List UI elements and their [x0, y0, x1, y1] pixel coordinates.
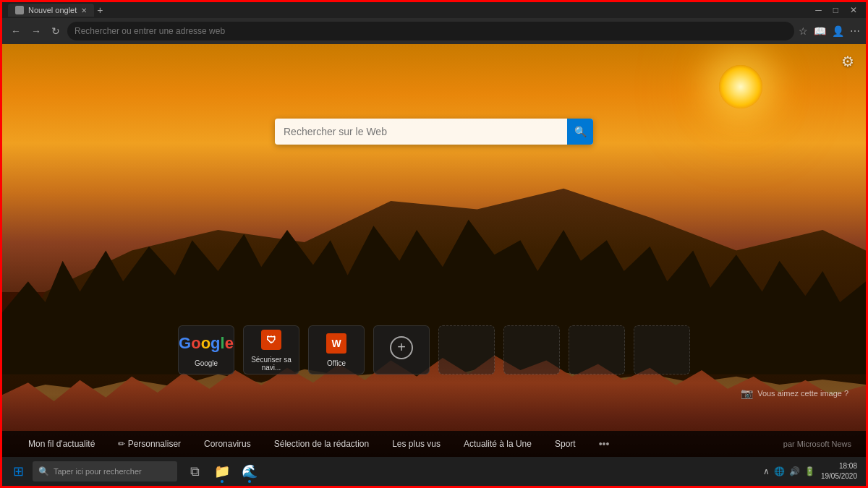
clock-date: 19/05/2020	[821, 471, 857, 481]
quick-link-securiser-label: Sécuriser sa navi...	[244, 356, 299, 372]
quick-links: Google Google 🛡 Sécuriser sa navi... W	[178, 325, 690, 374]
task-view-icon: ⧉	[190, 464, 200, 479]
search-input[interactable]	[284, 126, 567, 137]
quick-link-google[interactable]: Google Google	[178, 325, 234, 374]
search-button[interactable]: 🔍	[567, 119, 593, 145]
search-container: 🔍	[275, 119, 593, 145]
empty-quick-link-4	[634, 325, 690, 374]
start-button[interactable]: ⊞	[5, 458, 31, 484]
network-icon[interactable]: 🌐	[774, 466, 785, 476]
empty-quick-link-2	[503, 325, 560, 374]
securiser-icon: 🛡	[260, 328, 283, 351]
edge-active-indicator	[248, 480, 251, 483]
taskbar-right: ∧ 🌐 🔊 🔋 18:08 19/05/2020	[763, 461, 863, 481]
active-tab[interactable]: Nouvel onglet ✕	[8, 4, 94, 17]
google-icon: Google	[195, 332, 218, 355]
taskbar-search[interactable]: 🔍 Taper ici pour rechercher	[33, 461, 177, 481]
quick-link-office-label: Office	[327, 359, 346, 367]
tab-label: Nouvel onglet	[28, 6, 77, 14]
news-brand: par Microsoft News	[783, 440, 851, 448]
news-item-coronavirus[interactable]: Coronavirus	[192, 431, 263, 457]
tray-up-arrow[interactable]: ∧	[763, 466, 770, 476]
news-bar: Mon fil d'actualité ✏ Personnaliser Coro…	[2, 431, 866, 457]
office-icon-wrap: W	[326, 333, 346, 354]
tab-area: Nouvel onglet ✕ +	[8, 4, 812, 17]
back-button[interactable]: ←	[8, 24, 24, 38]
background-image	[2, 44, 866, 457]
taskbar-edge[interactable]: 🌊	[237, 458, 263, 484]
office-red-icon: 🛡	[261, 330, 281, 350]
app-active-indicator	[221, 480, 224, 483]
news-item-sport[interactable]: Sport	[543, 431, 587, 457]
reading-mode-icon[interactable]: 📖	[814, 25, 826, 37]
photo-credit: 📷 Vous aimez cette image ?	[741, 388, 848, 399]
news-item-actualite[interactable]: Actualité à la Une	[452, 431, 543, 457]
system-tray: ∧ 🌐 🔊 🔋	[763, 466, 815, 476]
quick-link-google-label: Google	[195, 359, 218, 367]
volume-icon[interactable]: 🔊	[789, 466, 800, 476]
menu-icon[interactable]: ⋯	[850, 25, 860, 37]
empty-quick-link-3	[569, 325, 625, 374]
windows-icon: ⊞	[13, 463, 24, 479]
browser-frame: Nouvel onglet ✕ + ─ □ ✕ ← → ↻ ☆ 📖 👤 ⋯	[0, 0, 868, 488]
news-item-personnaliser[interactable]: ✏ Personnaliser	[106, 431, 192, 457]
profile-icon[interactable]: 👤	[832, 25, 844, 37]
new-tab-button[interactable]: +	[97, 4, 103, 16]
search-box: 🔍	[275, 119, 593, 145]
tab-close-button[interactable]: ✕	[81, 7, 87, 14]
clock-time: 18:08	[821, 461, 857, 471]
photo-credit-text: Vous aimez cette image ?	[757, 389, 848, 398]
battery-icon[interactable]: 🔋	[804, 466, 815, 476]
camera-icon: 📷	[741, 388, 753, 399]
title-bar-controls: ─ □ ✕	[812, 5, 860, 15]
address-bar-area: ← → ↻ ☆ 📖 👤 ⋯	[2, 18, 866, 44]
add-icon: +	[390, 336, 413, 359]
minimize-button[interactable]: ─	[812, 5, 825, 15]
taskbar-search-text: Taper ici pour rechercher	[54, 467, 142, 476]
toolbar-icons: ☆ 📖 👤 ⋯	[799, 25, 860, 37]
title-bar: Nouvel onglet ✕ + ─ □ ✕	[2, 2, 866, 18]
news-item-selection[interactable]: Sélection de la rédaction	[263, 431, 380, 457]
favorites-icon[interactable]: ☆	[799, 25, 808, 37]
taskbar-apps: ⧉ 📁 🌊	[182, 458, 263, 484]
refresh-button[interactable]: ↻	[48, 24, 63, 38]
taskbar-task-view[interactable]: ⧉	[182, 458, 208, 484]
taskbar-clock[interactable]: 18:08 19/05/2020	[821, 461, 857, 481]
maximize-button[interactable]: □	[830, 5, 841, 15]
close-button[interactable]: ✕	[847, 5, 860, 15]
forward-button[interactable]: →	[28, 24, 44, 38]
tab-favicon	[15, 6, 24, 14]
sun	[719, 65, 762, 108]
empty-quick-link-1	[438, 325, 495, 374]
edge-icon: 🌊	[242, 463, 258, 479]
settings-button[interactable]: ⚙	[841, 53, 854, 70]
news-more-button[interactable]: •••	[587, 431, 621, 457]
quick-link-office[interactable]: W Office	[308, 325, 365, 374]
quick-link-securiser[interactable]: 🛡 Sécuriser sa navi...	[243, 325, 299, 374]
taskbar-file-explorer[interactable]: 📁	[209, 458, 235, 484]
news-brand-text: par Microsoft News	[783, 440, 851, 448]
file-explorer-icon: 📁	[214, 463, 230, 479]
taskbar-search-icon: 🔍	[38, 466, 49, 476]
news-item-plus-vus[interactable]: Les plus vus	[380, 431, 452, 457]
windows-taskbar: ⊞ 🔍 Taper ici pour rechercher ⧉ 📁 🌊 ∧	[2, 457, 866, 486]
main-content: ⚙ 🔍 Google Google	[2, 44, 866, 457]
address-bar[interactable]	[67, 22, 794, 40]
add-quick-link-button[interactable]: +	[373, 325, 430, 374]
address-input[interactable]	[75, 26, 787, 36]
office365-icon: W	[325, 332, 348, 355]
news-item-fil[interactable]: Mon fil d'actualité	[17, 431, 106, 457]
